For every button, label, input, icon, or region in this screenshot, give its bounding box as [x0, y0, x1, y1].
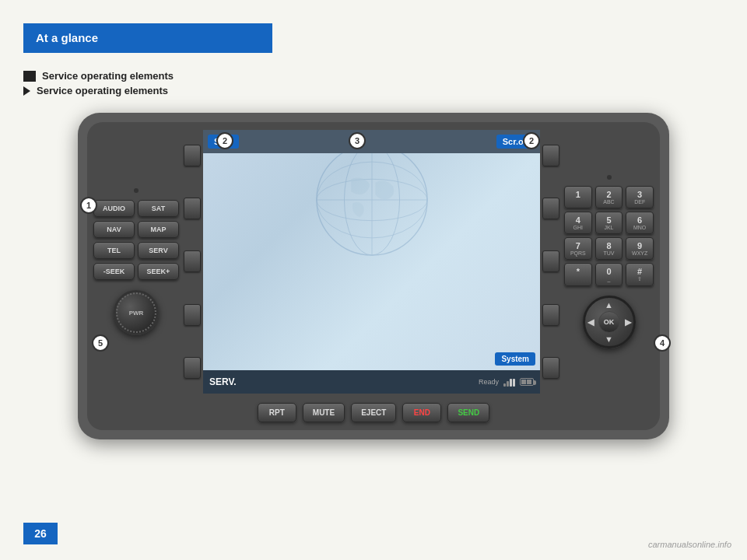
- globe-watermark: [294, 138, 450, 262]
- annotation-4: 4: [654, 334, 671, 352]
- pwr-area: PWR: [93, 284, 179, 335]
- breadcrumb-line-1: Service operating elements: [23, 70, 174, 82]
- device-bottom-buttons: RPT MUTE EJECT END SEND: [87, 398, 660, 430]
- screen-left-side-buttons: [184, 130, 201, 394]
- num-btn-1[interactable]: 1: [564, 186, 592, 208]
- ready-label: Ready: [479, 378, 499, 386]
- annotation-5: 5: [92, 334, 109, 352]
- screen-side-btn-r2[interactable]: [542, 198, 559, 219]
- screen-side-btn-r1[interactable]: [542, 145, 559, 166]
- num-btn-7[interactable]: 7PQRS: [564, 237, 592, 260]
- serv-button[interactable]: SERV: [138, 242, 179, 259]
- seek-back-button[interactable]: -SEEK: [93, 263, 135, 280]
- sat-button[interactable]: SAT: [138, 200, 179, 217]
- btn-row-4: -SEEK SEEK+: [93, 263, 179, 280]
- tel-button[interactable]: TEL: [93, 242, 135, 259]
- num-btn-0[interactable]: 0_: [595, 263, 623, 286]
- ok-wheel[interactable]: ▲ ▼ ◀ ▶ OK: [583, 296, 636, 348]
- btn-row-2: NAV MAP: [93, 221, 179, 238]
- num-btn-6[interactable]: 6MNO: [626, 212, 654, 234]
- annotation-2a: 2: [216, 132, 233, 149]
- send-button[interactable]: SEND: [447, 403, 489, 422]
- center-area: SMS Scr.off System SERV. Ready: [184, 130, 559, 394]
- screen-side-btn-l2[interactable]: [184, 198, 201, 219]
- pwr-knob[interactable]: PWR: [114, 290, 159, 335]
- screen-side-btn-l1[interactable]: [184, 145, 201, 166]
- system-button[interactable]: System: [495, 352, 535, 366]
- ok-area: ▲ ▼ ◀ ▶ OK: [564, 289, 654, 348]
- screen-side-btn-l5[interactable]: [184, 357, 201, 379]
- annotation-3: 3: [349, 132, 366, 149]
- screen-side-btn-r5[interactable]: [542, 357, 559, 379]
- serv-label: SERV.: [209, 376, 237, 387]
- header-box: At a glance: [23, 23, 272, 53]
- signal-bar-3: [510, 379, 512, 387]
- map-button[interactable]: MAP: [138, 221, 179, 238]
- num-btn-2[interactable]: 2ABC: [595, 186, 623, 208]
- numpad-panel: 1 2ABC 3DEF 4GHI 5JKL 6MNO 7PQRS 8TUV 9W…: [564, 130, 654, 394]
- breadcrumb-label-1: Service operating elements: [42, 70, 174, 82]
- page-title: At a glance: [36, 31, 98, 44]
- nav-right-arrow[interactable]: ▶: [625, 317, 631, 327]
- screen-side-btn-r3[interactable]: [542, 250, 559, 272]
- screen-top-bar: SMS Scr.off: [203, 130, 540, 153]
- nav-down-arrow[interactable]: ▼: [605, 334, 613, 344]
- screen-side-btn-r4[interactable]: [542, 304, 559, 326]
- nav-left-arrow[interactable]: ◀: [587, 317, 594, 327]
- signal-bar-2: [507, 381, 509, 387]
- device-unit: AUDIO SAT NAV MAP TEL SERV -SEEK SEEK+: [78, 113, 669, 439]
- signal-bar-1: [503, 383, 506, 387]
- page-number: 26: [23, 523, 58, 544]
- pwr-knob-dots: [116, 292, 156, 333]
- nav-button[interactable]: NAV: [93, 221, 135, 238]
- annotation-2b: 2: [523, 132, 540, 149]
- right-dot: [607, 175, 612, 180]
- device-top-section: AUDIO SAT NAV MAP TEL SERV -SEEK SEEK+: [87, 122, 660, 398]
- screen-right-side-buttons: [542, 130, 559, 394]
- nav-up-arrow[interactable]: ▲: [605, 300, 613, 310]
- signal-bars: [503, 377, 515, 387]
- main-display: SMS Scr.off System SERV. Ready: [203, 130, 540, 394]
- num-btn-4[interactable]: 4GHI: [564, 212, 592, 234]
- num-btn-hash[interactable]: #⇧: [626, 263, 654, 286]
- screen-status: Ready: [479, 377, 534, 387]
- battery-tip: [534, 380, 536, 385]
- battery-icon: [520, 378, 534, 386]
- screen-side-btn-l4[interactable]: [184, 304, 201, 326]
- screen-bottom-bar: SERV. Ready: [203, 370, 540, 394]
- num-btn-3[interactable]: 3DEF: [626, 186, 654, 208]
- end-button[interactable]: END: [402, 403, 441, 422]
- breadcrumb: Service operating elements Service opera…: [23, 70, 174, 100]
- audio-button[interactable]: AUDIO: [93, 200, 135, 217]
- num-btn-9[interactable]: 9WXYZ: [626, 237, 654, 260]
- screen-side-btn-l3[interactable]: [184, 250, 201, 272]
- battery-segment-1: [521, 380, 526, 384]
- seek-fwd-button[interactable]: SEEK+: [138, 263, 179, 280]
- ok-button[interactable]: OK: [598, 311, 620, 333]
- breadcrumb-line-2: Service operating elements: [23, 85, 174, 96]
- breadcrumb-label-2: Service operating elements: [37, 85, 168, 96]
- num-btn-star[interactable]: *: [564, 263, 592, 286]
- eject-button[interactable]: EJECT: [351, 403, 396, 422]
- left-button-panel: AUDIO SAT NAV MAP TEL SERV -SEEK SEEK+: [93, 130, 179, 394]
- btn-row-1: AUDIO SAT: [93, 200, 179, 217]
- watermark: carmanualsonline.info: [648, 540, 731, 549]
- signal-bar-4: [513, 379, 515, 387]
- num-btn-8[interactable]: 8TUV: [595, 237, 623, 260]
- btn-row-3: TEL SERV: [93, 242, 179, 259]
- annotation-1: 1: [80, 197, 97, 214]
- numpad: 1 2ABC 3DEF 4GHI 5JKL 6MNO 7PQRS 8TUV 9W…: [564, 186, 654, 286]
- device-inner: AUDIO SAT NAV MAP TEL SERV -SEEK SEEK+: [87, 122, 660, 430]
- rpt-button[interactable]: RPT: [258, 403, 296, 422]
- battery-segment-2: [527, 380, 531, 384]
- screen-section: SMS Scr.off System SERV. Ready: [184, 130, 559, 394]
- breadcrumb-triangle-icon: [23, 86, 30, 96]
- left-dot: [134, 188, 139, 193]
- mute-button[interactable]: MUTE: [303, 403, 345, 422]
- breadcrumb-icon-1: [23, 71, 36, 82]
- num-btn-5[interactable]: 5JKL: [595, 212, 623, 234]
